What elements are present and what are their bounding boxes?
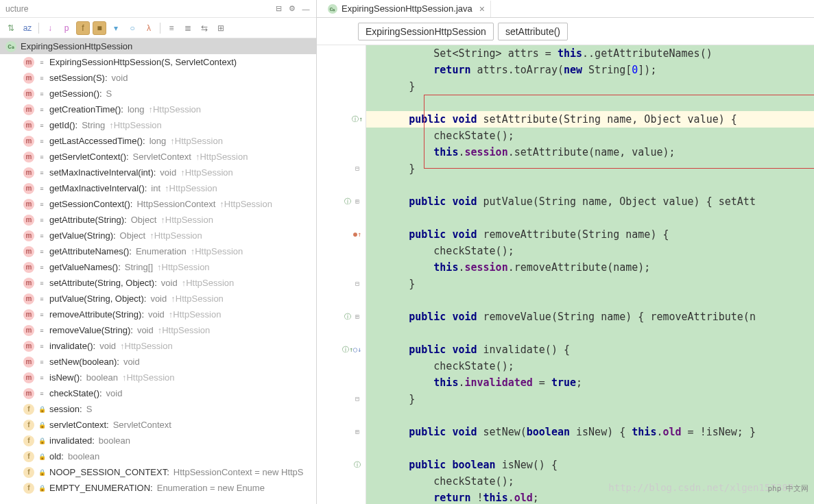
- autoscroll2-icon[interactable]: ⊞: [214, 21, 228, 35]
- member-row[interactable]: m≡ExpiringSessionHttpSession(S, ServletC…: [0, 54, 316, 70]
- member-name: getValue(String):: [49, 230, 116, 241]
- override-icon[interactable]: ⓘ: [344, 313, 352, 321]
- member-row[interactable]: m≡getAttribute(String): Object ↑HttpSess…: [0, 212, 316, 228]
- collapse-all-icon[interactable]: ≣: [181, 21, 195, 35]
- member-name: ExpiringSessionHttpSession(S, ServletCon…: [49, 57, 237, 67]
- member-row[interactable]: m≡setMaxInactiveInterval(int): void ↑Htt…: [0, 165, 316, 180]
- member-row[interactable]: m≡isNew(): boolean ↑HttpSession: [0, 370, 316, 385]
- modifier-icon: ≡: [38, 169, 45, 176]
- member-override: ↑HttpSession: [195, 152, 248, 162]
- modifier-icon: ≡: [38, 91, 45, 97]
- member-row[interactable]: m≡getId(): String ↑HttpSession: [0, 117, 316, 133]
- member-row[interactable]: m≡checkState(): void: [0, 385, 316, 401]
- member-row[interactable]: f🔒invalidated: boolean: [0, 433, 316, 448]
- sort-alpha-icon[interactable]: az: [21, 21, 34, 35]
- lambda-icon[interactable]: λ: [142, 21, 156, 35]
- method-icon: m: [23, 199, 34, 210]
- method-icon: m: [23, 278, 34, 289]
- inherited-icon[interactable]: ■: [93, 21, 106, 35]
- override-icon[interactable]: ⓘ: [353, 461, 361, 469]
- member-type: void: [150, 293, 167, 304]
- member-type: String[]: [125, 262, 153, 272]
- settings-icon[interactable]: ⚙: [287, 4, 297, 14]
- member-override: ↑HttpSession: [160, 215, 213, 225]
- member-type: Enumeration: [136, 246, 187, 256]
- expand-icon[interactable]: ≡: [165, 21, 178, 35]
- override-icon[interactable]: ●↑: [353, 230, 361, 239]
- interface-icon[interactable]: ○: [125, 21, 139, 35]
- member-type: String: [82, 120, 105, 130]
- member-type: ServletContext: [133, 152, 191, 162]
- member-override: ↑HttpSession: [182, 278, 235, 288]
- sort-icon[interactable]: ⇅: [4, 21, 18, 35]
- method-icon: m: [23, 152, 34, 163]
- override-icon[interactable]: ⓘ↑: [353, 115, 361, 123]
- implement-icon[interactable]: ○↓: [353, 346, 361, 354]
- member-row[interactable]: m≡removeAttribute(String): void ↑HttpSes…: [0, 307, 316, 322]
- override-icon[interactable]: ⓘ↑: [344, 346, 352, 354]
- member-row[interactable]: m≡putValue(String, Object): void ↑HttpSe…: [0, 291, 316, 307]
- breadcrumb-class[interactable]: ExpiringSessionHttpSession: [358, 23, 494, 40]
- modifier-icon: ≡: [38, 75, 45, 82]
- member-type: S: [106, 88, 112, 99]
- member-name: removeValue(String):: [49, 325, 133, 335]
- fold-icon[interactable]: ⊞: [353, 197, 361, 206]
- java-class-icon: cₐ: [328, 4, 337, 14]
- field-icon: f: [23, 435, 34, 446]
- breadcrumb-method[interactable]: setAttribute(): [498, 23, 568, 40]
- code-editor[interactable]: ⓘ↑ ⊟ ⓘ⊞ ●↑ ⊟ ⓘ⊞ ⓘ↑○↓ ⊟ ⊞ ⓘ Set<String> a…: [317, 45, 814, 504]
- member-row[interactable]: m≡getSession(): S: [0, 86, 316, 101]
- method-icon: m: [23, 357, 34, 368]
- autoscroll-icon[interactable]: ⇆: [197, 21, 211, 35]
- member-row[interactable]: f🔒old: boolean: [0, 448, 316, 464]
- member-row[interactable]: f🔒servletContext: ServletContext: [0, 417, 316, 433]
- fold-icon[interactable]: ⊟: [353, 280, 361, 288]
- fold-icon[interactable]: ⊟: [353, 165, 361, 173]
- visibility-icon[interactable]: ↓: [43, 21, 57, 35]
- member-row[interactable]: m≡getSessionContext(): HttpSessionContex…: [0, 196, 316, 212]
- modifier-icon: ≡: [38, 327, 45, 334]
- member-row[interactable]: m≡getLastAccessedTime(): long ↑HttpSessi…: [0, 133, 316, 149]
- member-row[interactable]: m≡getValue(String): Object ↑HttpSession: [0, 228, 316, 243]
- override-icon[interactable]: ⓘ: [344, 197, 352, 206]
- member-row[interactable]: m≡setSession(S): void: [0, 70, 316, 86]
- hide-icon[interactable]: —: [301, 4, 311, 14]
- fold-icon[interactable]: ⊞: [353, 313, 361, 321]
- member-row[interactable]: m≡getCreationTime(): long ↑HttpSession: [0, 101, 316, 117]
- lock-icon: 🔒: [38, 485, 45, 492]
- collapse-icon[interactable]: ⊟: [274, 4, 283, 14]
- member-row[interactable]: m≡getMaxInactiveInterval(): int ↑HttpSes…: [0, 180, 316, 196]
- member-row[interactable]: f🔒EMPTY_ENUMERATION: Enumeration = new E…: [0, 480, 316, 496]
- member-row[interactable]: m≡invalidate(): void ↑HttpSession: [0, 338, 316, 354]
- method-icon: m: [23, 136, 34, 147]
- member-override: ↑HttpSession: [180, 167, 233, 178]
- member-name: old:: [49, 451, 64, 461]
- anon-icon[interactable]: ▾: [109, 21, 123, 35]
- panel-header: ucture ⊟ ⚙ —: [0, 0, 316, 18]
- member-row[interactable]: f🔒NOOP_SESSION_CONTEXT: HttpSessionConte…: [0, 464, 316, 480]
- member-type: void: [160, 167, 176, 178]
- modifier-icon: ≡: [38, 374, 45, 381]
- member-row[interactable]: m≡getAttributeNames(): Enumeration ↑Http…: [0, 243, 316, 259]
- editor-tab[interactable]: cₐ ExpiringSessionHttpSession.java ×: [322, 1, 491, 17]
- method-icon: m: [23, 88, 34, 99]
- member-type: HttpSessionContext = new HttpS: [173, 467, 304, 477]
- fields-icon[interactable]: f: [76, 21, 90, 35]
- fold-icon[interactable]: ⊟: [353, 395, 361, 403]
- member-row[interactable]: m≡setAttribute(String, Object): void ↑Ht…: [0, 275, 316, 291]
- member-row[interactable]: f🔒session: S: [0, 401, 316, 417]
- close-icon[interactable]: ×: [479, 3, 485, 14]
- modifier-icon: ≡: [38, 154, 45, 160]
- member-row[interactable]: m≡setNew(boolean): void: [0, 354, 316, 370]
- member-type: S: [86, 404, 93, 414]
- member-row[interactable]: m≡removeValue(String): void ↑HttpSession: [0, 322, 316, 338]
- fold-icon[interactable]: ⊞: [353, 428, 361, 436]
- member-type: void: [148, 309, 165, 320]
- member-row[interactable]: m≡getServletContext(): ServletContext ↑H…: [0, 149, 316, 165]
- member-row[interactable]: m≡getValueNames(): String[] ↑HttpSession: [0, 259, 316, 275]
- code-area[interactable]: Set<String> attrs = this..getAttributeNa…: [366, 45, 814, 504]
- member-type: Enumeration = new Enume: [157, 483, 265, 493]
- class-row[interactable]: cₐ ExpiringSessionHttpSession: [0, 38, 316, 54]
- member-type: void: [123, 357, 140, 367]
- property-icon[interactable]: p: [60, 21, 73, 35]
